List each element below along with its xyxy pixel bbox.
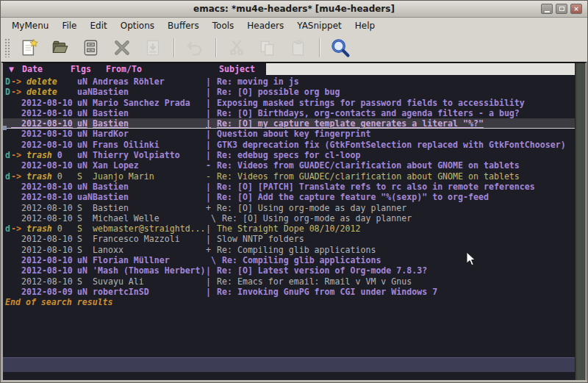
thread-separator: + xyxy=(206,203,217,213)
menu-item[interactable]: Headers xyxy=(240,18,290,33)
message-row[interactable]: 2012-08-10 uN Bastien | Re: [O] my captu… xyxy=(3,118,575,129)
thread-separator: | xyxy=(206,276,217,287)
menu-item[interactable]: MyMenu xyxy=(5,18,55,33)
search-icon[interactable] xyxy=(327,36,354,60)
message-row[interactable]: 2012-08-10 uN Frans Oilinki | GTK3 depre… xyxy=(3,140,575,150)
date-text: 2012-08-10 xyxy=(11,108,73,118)
from-cell: Florian Müllner xyxy=(93,255,206,265)
from-cell: 'Mash (Thomas Herbert) xyxy=(93,265,206,276)
thread-separator: | xyxy=(206,118,217,128)
date-cell: 2012-08-10 xyxy=(11,98,77,108)
menu-item[interactable]: Tools xyxy=(206,18,241,33)
thread-separator: | xyxy=(206,87,217,97)
subject-cell: Re: [O] Add the capture feature "%(sexp)… xyxy=(217,192,575,202)
minimize-icon xyxy=(545,11,550,12)
flags-cell: uN xyxy=(77,76,93,87)
menu-item[interactable]: Edit xyxy=(84,18,114,33)
mark-margin-char xyxy=(5,182,11,192)
save-archive-icon[interactable] xyxy=(78,36,104,60)
date-cell: -> trash 0 xyxy=(11,223,77,234)
mark-margin-char xyxy=(5,108,11,118)
mark-margin-char xyxy=(5,203,11,213)
date-cell: 2012-08-10 xyxy=(11,255,77,265)
menu-item[interactable]: Help xyxy=(348,18,381,33)
date-text: 2012-08-10 xyxy=(11,160,73,171)
message-row[interactable]: d -> trash 0 S Juanjo Marin - Re: Videos… xyxy=(3,171,575,182)
message-row[interactable]: 2012-08-10 uN Bastien | Re: [O] Birthday… xyxy=(3,108,575,118)
maximize-button[interactable] xyxy=(556,4,567,14)
flags-cell: uaN xyxy=(77,87,93,97)
message-row[interactable]: 2012-08-10 S Michael Welle \ Re: [O] Usi… xyxy=(3,213,575,223)
thread-separator: + xyxy=(206,245,217,255)
subject-cell: Re: [O] Birthdays, org-contacts and agen… xyxy=(217,108,575,118)
message-row[interactable]: 2012-08-10 uN Xan Lopez - Re: Videos fro… xyxy=(3,160,575,171)
subject-cell: Re: Videos from GUADEC/clarification abo… xyxy=(217,171,575,182)
message-row[interactable]: 2012-08-10 uN Mario Sanchez Prada | Expo… xyxy=(3,98,575,108)
date-cell: 2012-08-10 xyxy=(11,160,77,171)
message-row[interactable]: 2012-08-10 uN Florian Müllner \ Re: Comp… xyxy=(3,255,575,265)
flags-cell: S xyxy=(77,213,93,223)
mark-margin-char: D xyxy=(5,76,11,87)
message-row[interactable]: 2012-08-10 S Suvayu Ali | Re: Emacs for … xyxy=(3,276,575,287)
message-row[interactable]: 2012-08-10 S Lanoxx + Re: Compiling glib… xyxy=(3,245,575,255)
date-text: 2012-08-10 xyxy=(11,203,73,213)
menu-item[interactable]: Options xyxy=(114,18,161,33)
menu-item[interactable]: File xyxy=(55,18,83,33)
message-row[interactable]: 2012-08-10 uN 'Mash (Thomas Herbert) | R… xyxy=(3,265,575,276)
mode-line[interactable]: *mu4e-headers* ( 5, 0) [All/2.0k] [mu4e-… xyxy=(3,357,575,372)
vertical-scrollbar[interactable] xyxy=(575,63,585,380)
message-row[interactable]: D -> delete uN Andreas Röhler | Re: movi… xyxy=(3,76,575,87)
message-row[interactable]: d -> trash 0 S webmaster@straightd... | … xyxy=(3,223,575,234)
thread-separator: | xyxy=(206,150,217,160)
toolbar-separator xyxy=(173,38,175,57)
close-buffer-icon[interactable] xyxy=(109,36,135,60)
minimize-button[interactable] xyxy=(541,4,553,14)
column-header-from-to[interactable]: From/To xyxy=(106,63,142,75)
from-cell: Thierry Volpiatto xyxy=(93,150,206,160)
echo-area[interactable] xyxy=(3,372,575,380)
from-cell: robertcInSD xyxy=(93,287,206,297)
thread-separator: | xyxy=(206,192,217,202)
sort-descending-icon[interactable]: ▼ xyxy=(9,63,14,75)
message-row[interactable]: 2012-08-10 S Bastien + Re: [O] Using org… xyxy=(3,203,575,213)
date-text: 0 xyxy=(52,150,62,160)
mark-margin-char xyxy=(5,213,11,223)
message-row[interactable]: 2012-08-10 S Francesco Mazzoli | Slow NN… xyxy=(3,234,575,244)
mu4e-headers-buffer: ▼ Date Flgs From/To Subject D -> delete … xyxy=(3,63,575,380)
flags-cell: uN xyxy=(77,160,93,171)
subject-cell: Re: [O] Using org-mode as day planner xyxy=(217,203,575,213)
message-row[interactable]: 2012-08-10 uN HardKor | Question about k… xyxy=(3,129,575,139)
column-header-flags[interactable]: Flgs xyxy=(71,63,91,75)
message-row[interactable]: 2012-08-09 uN robertcInSD | Re: Invoking… xyxy=(3,287,575,297)
new-file-icon[interactable] xyxy=(16,36,43,60)
close-button[interactable]: × xyxy=(570,4,582,14)
scrollbar-thumb[interactable] xyxy=(577,63,584,380)
mark-margin-char xyxy=(5,192,11,202)
mark-margin-char xyxy=(5,276,11,287)
flags-cell: S xyxy=(77,203,93,213)
toolbar-grip-handle[interactable] xyxy=(4,38,11,57)
menu-item[interactable]: YASnippet xyxy=(290,18,348,33)
column-header-subject[interactable]: Subject xyxy=(219,63,255,75)
from-cell: Suvayu Ali xyxy=(93,276,206,287)
end-of-search-results: End of search results xyxy=(3,297,575,307)
message-row[interactable]: 2012-08-10 uaN Bastien | Re: [O] Add the… xyxy=(3,192,575,202)
title-bar[interactable]: emacs: *mu4e-headers* [mu4e-headers] × xyxy=(1,1,587,18)
thread-separator: | xyxy=(206,129,217,139)
date-cell: 2012-08-10 xyxy=(11,245,77,255)
message-row[interactable]: d -> trash 0 uN Thierry Volpiatto | Re: … xyxy=(3,150,575,160)
date-cell: 2012-08-10 xyxy=(11,108,77,118)
mark-margin-char: d xyxy=(5,150,11,160)
open-folder-icon[interactable] xyxy=(47,36,74,60)
subject-cell: Re: Compiling glib applications xyxy=(217,245,575,255)
date-text: 2012-08-10 xyxy=(11,265,73,276)
date-text: 2012-08-10 xyxy=(11,234,73,244)
flags-cell: uN xyxy=(77,287,93,297)
column-header-date[interactable]: Date xyxy=(22,63,43,75)
message-row[interactable]: 2012-08-10 uN Bastien | Re: [O] [PATCH] … xyxy=(3,182,575,192)
date-cell: 2012-08-09 xyxy=(11,287,77,297)
subject-cell: Re: [O] Latest version of Org-mode 7.8.3… xyxy=(217,265,575,276)
message-row[interactable]: D -> delete uaN Bastien | Re: [O] possib… xyxy=(3,87,575,97)
menu-item[interactable]: Buffers xyxy=(161,18,206,33)
flags-cell: uN xyxy=(77,182,93,192)
